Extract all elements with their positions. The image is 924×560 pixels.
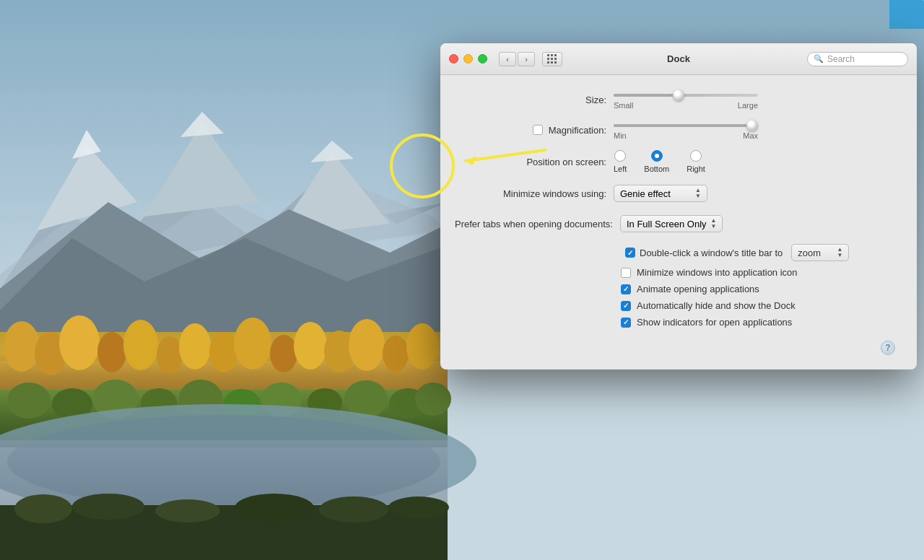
svg-point-15	[97, 332, 126, 372]
magnification-label: Magnification:	[549, 125, 606, 136]
window-title: Dock	[667, 53, 690, 64]
minimize-control: Genie effect ▲ ▼	[614, 185, 895, 202]
svg-point-18	[179, 323, 211, 369]
svg-point-16	[123, 320, 158, 370]
size-max-label: Large	[738, 101, 758, 110]
minimize-dropdown[interactable]: Genie effect ▲ ▼	[614, 185, 707, 202]
size-slider-fill	[614, 94, 679, 97]
svg-point-43	[14, 494, 72, 523]
checkbox-row-2: Automatically hide and show the Dock	[621, 300, 895, 311]
svg-point-22	[294, 322, 327, 369]
traffic-lights	[449, 54, 487, 64]
size-control: Small Large	[614, 89, 895, 110]
prefer-tabs-dropdown[interactable]: In Full Screen Only ▲ ▼	[620, 215, 723, 232]
svg-point-14	[59, 315, 100, 370]
chevron-down-icon-2: ▼	[711, 224, 717, 229]
size-label: Size:	[455, 95, 614, 105]
checkbox-0[interactable]	[621, 268, 631, 278]
minimize-dropdown-value: Genie effect	[620, 188, 671, 199]
position-bottom-radio[interactable]	[651, 150, 663, 162]
prefer-tabs-control: In Full Screen Only ▲ ▼	[620, 215, 895, 232]
position-label: Position on screen:	[455, 157, 614, 167]
svg-point-20	[234, 318, 271, 369]
checkbox-label-1: Animate opening applications	[637, 284, 759, 294]
checkbox-label-2: Automatically hide and show the Dock	[637, 300, 796, 311]
checkbox-3[interactable]	[621, 318, 631, 328]
position-bottom-option: Bottom	[644, 150, 669, 173]
checkbox-row-1: Animate opening applications	[621, 284, 895, 294]
checkbox-2[interactable]	[621, 301, 631, 311]
search-box[interactable]: 🔍 Search	[807, 52, 908, 66]
svg-point-19	[209, 332, 238, 372]
position-row: Position on screen: Left Bottom Right	[455, 150, 895, 173]
double-click-checkbox[interactable]	[625, 248, 635, 258]
svg-point-46	[235, 494, 314, 522]
position-left-option: Left	[614, 150, 627, 173]
minimize-button[interactable]	[463, 54, 473, 64]
svg-point-21	[270, 335, 297, 372]
folder-icon[interactable]	[889, 0, 924, 29]
svg-point-28	[7, 382, 51, 419]
magnification-label-row: Magnification:	[455, 125, 606, 136]
svg-point-24	[349, 319, 385, 371]
checkbox-label-0: Minimize windows into application icon	[637, 267, 798, 278]
checkbox-label-3: Show indicators for open applications	[637, 317, 792, 328]
size-row: Size: Small Large	[455, 89, 895, 110]
position-control: Left Bottom Right	[614, 150, 895, 173]
close-button[interactable]	[449, 54, 458, 64]
checkbox-1[interactable]	[621, 284, 631, 294]
size-slider-track[interactable]	[614, 94, 758, 97]
position-right-label: Right	[687, 165, 705, 173]
double-click-dropdown-value: zoom	[798, 248, 821, 258]
maximize-button[interactable]	[478, 54, 487, 64]
svg-point-47	[319, 496, 388, 522]
magnification-max-label: Max	[743, 131, 758, 140]
search-icon: 🔍	[814, 54, 824, 64]
svg-point-17	[157, 336, 183, 374]
prefer-tabs-dropdown-arrows: ▲ ▼	[711, 218, 717, 229]
position-right-option: Right	[687, 150, 705, 173]
svg-point-25	[383, 336, 409, 372]
magnification-slider-fill	[614, 124, 758, 127]
back-button[interactable]: ‹	[499, 52, 516, 66]
magnification-slider-thumb[interactable]	[746, 120, 758, 131]
position-left-radio[interactable]	[614, 150, 626, 162]
svg-point-38	[415, 382, 451, 416]
magnification-checkbox[interactable]	[533, 125, 543, 135]
minimize-dropdown-arrows: ▲ ▼	[695, 188, 701, 199]
checkboxes-section: Minimize windows into application icon A…	[621, 267, 895, 328]
dock-preferences-panel: ‹ › Dock 🔍 Search Size:	[440, 43, 917, 369]
svg-point-45	[155, 499, 220, 522]
nav-buttons: ‹ ›	[499, 52, 535, 66]
forward-button[interactable]: ›	[518, 52, 535, 66]
size-slider-wrapper: Small Large	[614, 89, 895, 110]
position-right-radio[interactable]	[690, 150, 702, 162]
prefer-tabs-dropdown-value: In Full Screen Only	[627, 219, 707, 229]
checkbox-row-3: Show indicators for open applications	[621, 317, 895, 328]
prefer-tabs-row: Prefer tabs when opening documents: In F…	[455, 214, 895, 234]
chevron-down-icon-3: ▼	[837, 253, 842, 258]
search-placeholder: Search	[827, 54, 855, 64]
prefer-tabs-label: Prefer tabs when opening documents:	[455, 219, 620, 229]
magnification-slider-track[interactable]	[614, 124, 758, 127]
chevron-down-icon: ▼	[695, 193, 701, 199]
size-slider-labels: Small Large	[614, 101, 758, 110]
grid-button[interactable]	[542, 52, 562, 66]
double-click-dropdown[interactable]: zoom ▲ ▼	[791, 244, 849, 261]
svg-point-48	[388, 496, 449, 518]
position-left-label: Left	[614, 165, 627, 173]
help-button[interactable]: ?	[881, 341, 895, 355]
help-row: ?	[455, 333, 895, 355]
magnification-min-label: Min	[614, 131, 627, 140]
svg-point-44	[72, 494, 144, 520]
magnification-label-cell: Magnification:	[455, 125, 614, 136]
grid-icon	[547, 54, 557, 64]
magnification-slider-labels: Min Max	[614, 131, 758, 140]
position-bottom-label: Bottom	[644, 165, 669, 173]
double-click-dropdown-arrows: ▲ ▼	[837, 247, 842, 258]
position-radio-group: Left Bottom Right	[614, 150, 705, 173]
double-click-label: Double-click a window's title bar to	[640, 248, 783, 258]
size-slider-thumb[interactable]	[673, 89, 684, 101]
checkbox-row-0: Minimize windows into application icon	[621, 267, 895, 278]
double-click-row: Double-click a window's title bar to zoo…	[455, 244, 895, 261]
